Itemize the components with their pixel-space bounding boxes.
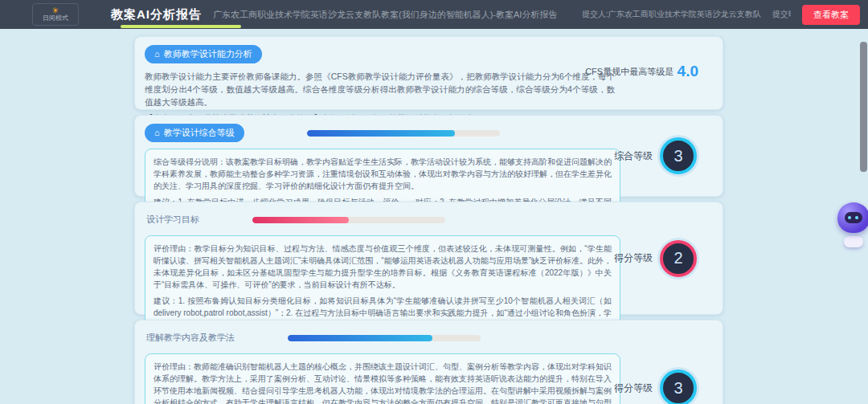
submitter-text: 提交人:广东农工商职业技术学院英语沙龙云支教队	[582, 9, 761, 20]
content-pedagogy-progress-fill	[288, 335, 432, 341]
title-underline	[121, 25, 241, 28]
content-pedagogy-progress-track	[288, 335, 481, 341]
report-body: ⌂ 教师教学设计能力分析 教师教学设计能力主要评价教师备课能力。参照《CFS教师…	[0, 29, 868, 404]
section-content-pedagogy: 理解教学内容及教学法 评价理由：教师能准确识别智能机器人主题的核心概念，并围绕该…	[134, 320, 723, 404]
robot-base	[844, 236, 863, 247]
home-icon: ⌂	[154, 129, 160, 137]
submit-time-text: 提交时间: 2025-07-23 17:43:44	[772, 9, 791, 20]
page-title: 教案AI分析报告	[111, 7, 202, 22]
learning-objectives-progress-fill	[252, 217, 349, 223]
day-mode-label: 日间模式	[43, 14, 68, 22]
learning-objectives-score-circle: 2	[660, 240, 697, 277]
overall-grade-explanation: 综合等级得分说明：该教案教学目标明确，教学内容贴近学生生活实际，教学活动设计较为…	[154, 156, 612, 192]
intro-card: ⌂ 教师教学设计能力分析 教师教学设计能力主要评价教师备课能力。参照《CFS教师…	[134, 36, 723, 110]
scrollbar-thumb[interactable]	[860, 42, 867, 172]
section-learning-objectives: 设计学习目标 评价理由：教学目标分为知识目标、过程与方法、情感态度与价值观三个维…	[134, 202, 723, 315]
robot-eye	[848, 216, 851, 219]
cfs-max-grade-value: 4.0	[678, 63, 698, 80]
report-subtitle: 广东农工商职业技术学院英语沙龙云支教队教案(我们身边的智能机器人)-教案AI分析…	[213, 9, 557, 21]
app-header: ☀ 日间模式 教案AI分析报告 广东农工商职业技术学院英语沙龙云支教队教案(我们…	[0, 0, 868, 29]
assistant-robot-widget[interactable]	[837, 202, 868, 252]
overall-grade-progress-fill	[307, 130, 456, 137]
sun-icon: ☀	[51, 6, 59, 14]
ability-analysis-badge-label: 教师教学设计能力分析	[164, 48, 252, 60]
day-mode-toggle[interactable]: ☀ 日间模式	[32, 3, 79, 26]
learning-objectives-reason: 评价理由：教学目标分为知识目标、过程与方法、情感态度与价值观三个维度，但表述较泛…	[154, 243, 612, 291]
content-pedagogy-score-circle: 3	[660, 369, 697, 404]
learning-objectives-score-label: 得分等级	[614, 251, 653, 265]
robot-eye	[855, 216, 858, 219]
overall-grade-badge: ⌂ 教学设计综合等级	[145, 124, 244, 142]
overall-grade-score-circle: 3	[660, 137, 697, 174]
robot-face	[845, 212, 862, 223]
overall-grade-progress-track	[307, 130, 500, 137]
view-plan-button[interactable]: 查看教案	[802, 5, 860, 25]
learning-objectives-progress-track	[252, 217, 445, 223]
section-overall-grade: ⌂ 教学设计综合等级 综合等级得分说明：该教案教学目标明确，教学内容贴近学生生活…	[134, 115, 723, 197]
overall-grade-badge-label: 教学设计综合等级	[164, 127, 235, 139]
content-pedagogy-reason: 评价理由：教师能准确识别智能机器人主题的核心概念，并围绕该主题设计词汇、句型、案…	[154, 361, 612, 404]
home-icon: ⌂	[154, 50, 160, 59]
content-pedagogy-score-label: 得分等级	[614, 382, 653, 395]
learning-objectives-title: 设计学习目标	[145, 210, 201, 229]
robot-icon	[837, 202, 868, 233]
content-pedagogy-title: 理解教学内容及教学法	[145, 329, 236, 347]
overall-grade-score-label: 综合等级	[614, 149, 653, 163]
content-pedagogy-detail-box: 评价理由：教师能准确识别智能机器人主题的核心概念，并围绕该主题设计词汇、句型、案…	[145, 353, 620, 404]
cfs-max-grade: CFS量规中最高等级是 4.0	[585, 63, 698, 80]
ability-analysis-badge: ⌂ 教师教学设计能力分析	[145, 45, 262, 63]
ability-description: 教师教学设计能力主要评价教师备课能力。参照《CFS教师教学设计能力评价量表》，把…	[145, 70, 615, 108]
cfs-max-grade-label: CFS量规中最高等级是	[585, 67, 674, 76]
